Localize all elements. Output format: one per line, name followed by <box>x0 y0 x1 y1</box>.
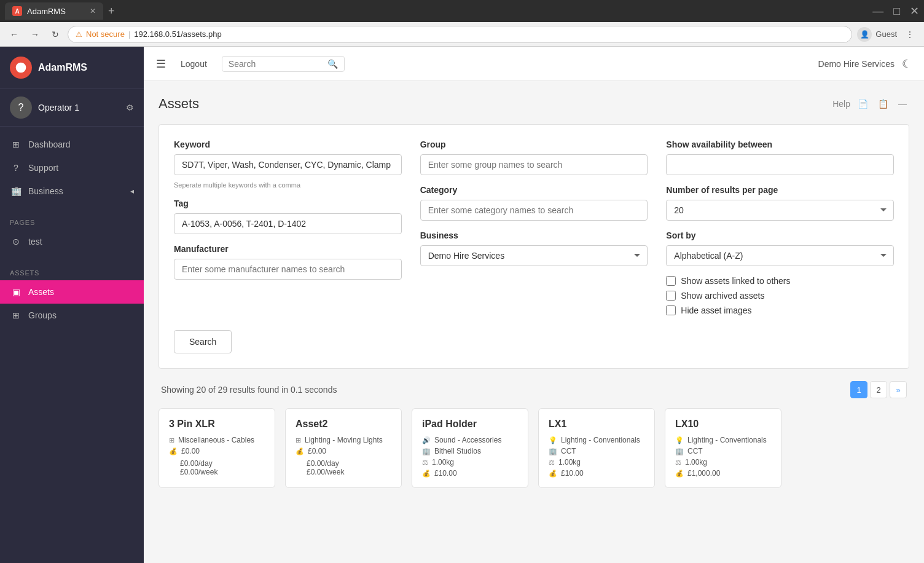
asset-day-price: £0.00/day <box>180 459 265 468</box>
export-pdf-button[interactable]: 📋 <box>875 96 891 111</box>
asset-weight: 1.00kg <box>558 458 581 467</box>
sidebar-item-groups[interactable]: ⊞ Groups <box>0 304 144 327</box>
tag-input[interactable] <box>174 213 402 234</box>
category-icon: 💡 <box>675 436 684 444</box>
pages-section: PAGES ⊙ test <box>0 209 144 259</box>
asset-business-row: 🏢 Bithell Studios <box>422 447 518 455</box>
asset-price: £1,000.00 <box>687 469 720 478</box>
test-icon: ⊙ <box>10 235 22 248</box>
show-archived-label: Show archived assets <box>681 291 764 301</box>
page-header: Assets Help 📄 📋 — <box>159 96 909 112</box>
user-settings-icon[interactable]: ⚙ <box>126 103 134 112</box>
sidebar-item-dashboard[interactable]: ⊞ Dashboard <box>0 133 144 156</box>
results-summary: Showing 20 of 29 results found in 0.1 se… <box>161 385 337 395</box>
asset-card[interactable]: Asset2 ⊞ Lighting - Moving Lights 💰 £0.0… <box>285 408 402 488</box>
weight-icon: ⚖ <box>549 459 555 467</box>
minimize-button[interactable]: — <box>872 5 883 18</box>
new-tab-button[interactable]: + <box>108 5 115 18</box>
asset-day-price: £0.00/day <box>307 459 391 468</box>
sidebar-item-support[interactable]: ? Support <box>0 156 144 179</box>
asset-price-row: 💰 £1,000.00 <box>675 469 771 478</box>
assets-icon: ▣ <box>10 286 22 298</box>
price-icon: 💰 <box>675 470 684 478</box>
business-group: Business Demo Hire Services <box>420 230 648 266</box>
tag-group: Tag <box>174 199 402 234</box>
chevron-right-icon: ◂ <box>130 187 134 195</box>
forward-button[interactable]: → <box>27 27 43 42</box>
page-1-button[interactable]: 1 <box>850 381 867 398</box>
search-button[interactable]: Search <box>174 330 232 353</box>
show-archived-checkbox-item: Show archived assets <box>666 291 894 301</box>
close-tab-button[interactable]: ✕ <box>90 7 96 15</box>
asset-name: LX10 <box>675 419 771 430</box>
search-btn-row: Search <box>174 330 894 353</box>
asset-category: Miscellaneous - Cables <box>178 436 254 444</box>
app-container: AdamRMS ? Operator 1 ⚙ ⊞ Dashboard ? Sup… <box>0 47 924 563</box>
asset-price: £0.00 <box>181 447 200 455</box>
asset-card[interactable]: 3 Pin XLR ⊞ Miscellaneous - Cables 💰 £0.… <box>159 408 275 488</box>
top-navbar: ☰ Logout 🔍 Demo Hire Services ☾ <box>144 47 924 81</box>
asset-business-row: 🏢 CCT <box>675 447 771 455</box>
keyword-input[interactable] <box>174 154 402 175</box>
results-per-page-label: Number of results per page <box>666 185 894 195</box>
group-input[interactable] <box>420 154 648 175</box>
page-title: Assets <box>159 96 199 112</box>
show-linked-checkbox[interactable] <box>666 276 676 286</box>
availability-input[interactable] <box>666 154 894 175</box>
menu-toggle-icon[interactable]: ☰ <box>156 57 166 71</box>
refresh-button[interactable]: ↻ <box>48 27 63 42</box>
top-search-input[interactable] <box>229 59 324 69</box>
close-window-button[interactable]: ✕ <box>910 4 919 18</box>
business-select[interactable]: Demo Hire Services <box>420 245 648 266</box>
export-csv-button[interactable]: 📄 <box>855 96 871 111</box>
profile-avatar[interactable]: 👤 <box>857 27 872 42</box>
asset-price-row: 💰 £0.00 <box>296 447 391 455</box>
category-label: Category <box>420 185 648 195</box>
asset-price: £0.00 <box>308 447 326 455</box>
results-per-page-select[interactable]: 20 50 100 <box>666 200 894 221</box>
help-link[interactable]: Help <box>832 99 850 109</box>
asset-category-row: 🔊 Sound - Accessories <box>422 436 518 444</box>
search-icon[interactable]: 🔍 <box>327 59 338 69</box>
show-archived-checkbox[interactable] <box>666 291 676 301</box>
tag-label: Tag <box>174 199 402 208</box>
asset-card[interactable]: LX1 💡 Lighting - Conventionals 🏢 CCT ⚖ <box>538 408 655 488</box>
asset-weight-row: ⚖ 1.00kg <box>675 458 771 467</box>
browser-nav: ← → ↻ ⚠ Not secure | 192.168.0.51/assets… <box>0 22 924 47</box>
next-page-button[interactable]: » <box>890 381 907 398</box>
current-business-label: Demo Hire Services <box>818 59 895 69</box>
category-icon: ⊞ <box>296 436 301 444</box>
asset-week-price: £0.00/week <box>180 468 265 476</box>
sidebar-item-assets[interactable]: ▣ Assets <box>0 280 144 304</box>
sidebar-item-label: Groups <box>28 310 57 320</box>
settings-button[interactable]: ⋮ <box>902 27 918 42</box>
address-bar[interactable]: ⚠ Not secure | 192.168.0.51/assets.php <box>68 26 852 43</box>
category-icon: ⊞ <box>169 436 174 444</box>
manufacturer-input[interactable] <box>174 259 402 280</box>
asset-meta: 💡 Lighting - Conventionals 🏢 CCT ⚖ 1.00k… <box>549 436 644 478</box>
category-input[interactable] <box>420 200 648 221</box>
asset-category: Lighting - Conventionals <box>561 436 640 444</box>
form-grid: Keyword Seperate multiple keywords with … <box>174 140 894 315</box>
page-2-button[interactable]: 2 <box>870 381 887 398</box>
maximize-button[interactable]: □ <box>893 5 900 18</box>
sidebar-item-test[interactable]: ⊙ test <box>0 230 144 253</box>
weight-icon: ⚖ <box>422 459 428 467</box>
sidebar-item-label: Support <box>28 163 58 173</box>
asset-name: LX1 <box>549 419 644 430</box>
hide-images-checkbox-item: Hide asset images <box>666 305 894 315</box>
sidebar-item-business[interactable]: 🏢 Business ◂ <box>0 179 144 203</box>
business-label: Business <box>420 230 648 240</box>
logout-button[interactable]: Logout <box>176 57 212 71</box>
asset-week-price: £0.00/week <box>307 468 391 476</box>
navbar-right: Demo Hire Services ☾ <box>818 57 912 71</box>
collapse-button[interactable]: — <box>896 96 909 111</box>
asset-card[interactable]: LX10 💡 Lighting - Conventionals 🏢 CCT ⚖ <box>665 408 781 488</box>
back-button[interactable]: ← <box>6 27 22 42</box>
asset-card[interactable]: iPad Holder 🔊 Sound - Accessories 🏢 Bith… <box>412 408 528 488</box>
sort-by-select[interactable]: Alphabetical (A-Z) Alphabetical (Z-A) <box>666 245 894 266</box>
hide-images-checkbox[interactable] <box>666 305 676 315</box>
dark-mode-toggle[interactable]: ☾ <box>902 57 912 71</box>
browser-tab[interactable]: A AdamRMS ✕ <box>5 2 103 20</box>
security-warning-icon: ⚠ <box>76 30 82 39</box>
